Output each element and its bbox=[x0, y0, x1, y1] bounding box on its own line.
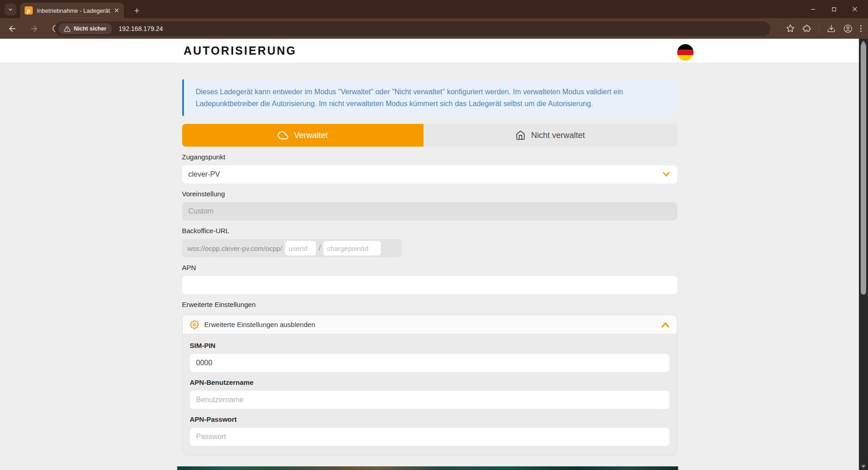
toolbar-divider bbox=[819, 24, 819, 33]
close-window-button[interactable] bbox=[844, 0, 865, 18]
tab-search-button[interactable] bbox=[5, 4, 16, 15]
advanced-section-label: Erweiterte Einstellungen bbox=[182, 301, 677, 308]
maximize-button[interactable] bbox=[823, 0, 844, 18]
info-text: Dieses Ladegerät kann entweder im Modus … bbox=[196, 88, 623, 107]
favicon-icon: p bbox=[25, 6, 33, 15]
chargepointid-input[interactable] bbox=[323, 241, 381, 255]
backoffice-url-field: wss://ocpp.clever-pv.com/ocpp/ / bbox=[182, 239, 402, 257]
voreinstellung-label: Voreinstellung bbox=[182, 190, 677, 198]
maximize-icon bbox=[831, 6, 837, 12]
profile-avatar-icon[interactable] bbox=[843, 24, 853, 33]
page-header: AUTORISIERUNG bbox=[0, 39, 859, 62]
vertical-scrollbar[interactable] bbox=[859, 39, 868, 470]
address-bar[interactable]: Nicht sicher 192.168.179.24 bbox=[55, 21, 771, 36]
advanced-settings-card: Erweiterte Einstellungen ausblenden SIM-… bbox=[182, 315, 677, 455]
bookmark-star-icon[interactable] bbox=[786, 24, 795, 33]
sim-pin-input[interactable] bbox=[190, 354, 669, 372]
new-tab-button[interactable] bbox=[130, 4, 143, 17]
zugangspunkt-value: clever-PV bbox=[189, 170, 220, 179]
browser-tab[interactable]: p Inbetriebnahme - Ladegerät ✕ bbox=[20, 3, 124, 18]
apn-passwort-label: APN-Passwort bbox=[190, 415, 669, 423]
minimize-button[interactable] bbox=[802, 0, 823, 18]
page-viewport: AUTORISIERUNG Dieses Ladegerät kann entw… bbox=[0, 39, 859, 470]
apn-label: APN bbox=[182, 264, 677, 271]
extensions-puzzle-icon[interactable] bbox=[802, 24, 811, 33]
download-icon[interactable] bbox=[827, 24, 836, 33]
footer-image-strip bbox=[177, 466, 678, 470]
sim-pin-label: SIM-PIN bbox=[190, 342, 669, 349]
close-icon bbox=[852, 6, 858, 12]
advanced-toggle-label: Erweiterte Einstellungen ausblenden bbox=[204, 321, 656, 328]
scrollbar-thumb[interactable] bbox=[861, 43, 866, 295]
advanced-settings-toggle[interactable]: Erweiterte Einstellungen ausblenden bbox=[183, 315, 677, 334]
security-label: Nicht sicher bbox=[74, 26, 107, 32]
mode-segmented-control: Verwaltet Nicht verwaltet bbox=[182, 124, 677, 147]
chevron-down-icon bbox=[8, 7, 13, 12]
tab-nicht-verwaltet-label: Nicht verwaltet bbox=[531, 131, 585, 140]
apn-benutzername-label: APN-Benutzername bbox=[190, 378, 669, 386]
chevron-up-icon bbox=[661, 322, 669, 328]
back-arrow-icon bbox=[8, 24, 17, 33]
minimize-icon bbox=[810, 6, 816, 12]
tab-title: Inbetriebnahme - Ladegerät bbox=[37, 7, 110, 14]
browser-titlebar: p Inbetriebnahme - Ladegerät ✕ bbox=[0, 0, 868, 18]
info-box: Dieses Ladegerät kann entweder im Modus … bbox=[182, 79, 677, 116]
apn-passwort-input[interactable] bbox=[190, 428, 669, 446]
apn-input[interactable] bbox=[182, 276, 677, 294]
cloud-icon bbox=[278, 130, 289, 141]
back-button[interactable] bbox=[5, 21, 20, 36]
tab-verwaltet[interactable]: Verwaltet bbox=[182, 124, 424, 147]
forward-button[interactable] bbox=[26, 21, 42, 36]
chevron-down-icon bbox=[663, 171, 670, 178]
userid-input[interactable] bbox=[285, 241, 316, 255]
backoffice-url-prefix: wss://ocpp.clever-pv.com/ocpp/ bbox=[188, 245, 282, 252]
zugangspunkt-label: Zugangspunkt bbox=[182, 153, 677, 161]
forward-arrow-icon bbox=[30, 24, 39, 33]
zugangspunkt-select[interactable]: clever-PV bbox=[182, 165, 677, 184]
tab-close-icon[interactable]: ✕ bbox=[114, 7, 119, 14]
window-controls bbox=[802, 0, 865, 18]
gear-icon bbox=[190, 320, 199, 329]
warning-triangle-icon bbox=[64, 26, 71, 32]
voreinstellung-value: Custom bbox=[189, 207, 214, 215]
tab-verwaltet-label: Verwaltet bbox=[294, 131, 328, 140]
screenshot-root: p Inbetriebnahme - Ladegerät ✕ bbox=[0, 0, 868, 470]
menu-kebab-icon[interactable] bbox=[860, 25, 862, 32]
german-flag-icon[interactable] bbox=[677, 44, 694, 61]
voreinstellung-field: Custom bbox=[182, 202, 677, 220]
backoffice-url-label: Backoffice-URL bbox=[182, 227, 677, 235]
plus-icon bbox=[133, 7, 140, 14]
security-chip[interactable]: Nicht sicher bbox=[58, 23, 112, 34]
apn-benutzername-input[interactable] bbox=[190, 391, 669, 409]
url-separator: / bbox=[319, 244, 321, 252]
scrollbar-down-arrow[interactable] bbox=[861, 465, 866, 468]
home-icon bbox=[516, 130, 526, 140]
url-text[interactable]: 192.168.179.24 bbox=[119, 25, 163, 32]
browser-toolbar: Nicht sicher 192.168.179.24 bbox=[0, 18, 868, 39]
tab-nicht-verwaltet[interactable]: Nicht verwaltet bbox=[424, 124, 677, 147]
page-title: AUTORISIERUNG bbox=[184, 44, 296, 57]
